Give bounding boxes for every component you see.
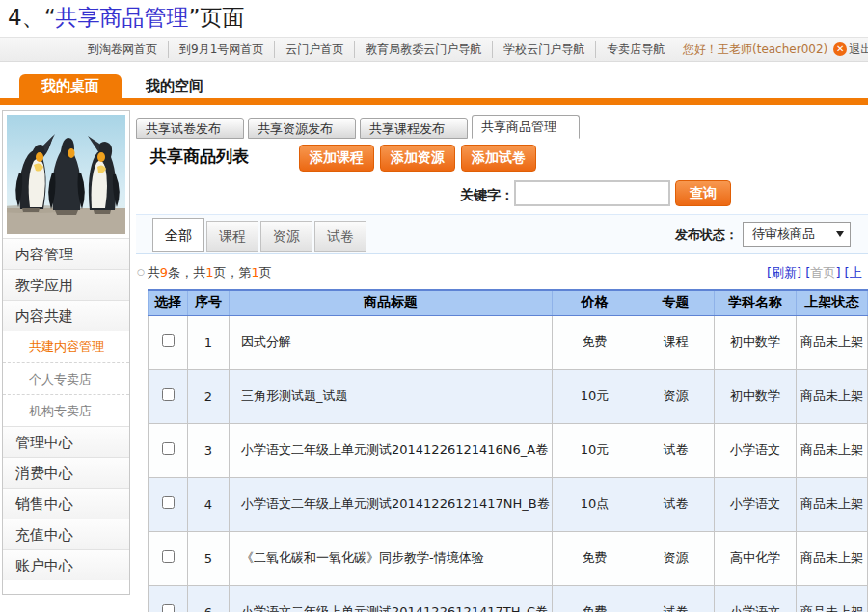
nav-link-school-portal[interactable]: 学校云门户导航 xyxy=(493,41,596,58)
cell-status: 商品未上架 xyxy=(797,531,868,585)
sidebar-item-account-center[interactable]: 账户中心 xyxy=(3,549,129,580)
col-select: 选择 xyxy=(149,290,188,315)
cell-index: 3 xyxy=(188,423,230,477)
refresh-link[interactable]: [刷新] xyxy=(767,265,801,279)
user-area: 您好！王老师(teacher002) ✕ 退出 xyxy=(683,38,868,61)
page-title-link[interactable]: 共享商品管理 xyxy=(56,5,189,30)
sidebar-item-consume-center[interactable]: 消费中心 xyxy=(3,457,129,488)
add-button-group: 添加课程 添加资源 添加试卷 xyxy=(299,145,536,172)
add-course-button[interactable]: 添加课程 xyxy=(299,145,374,172)
tab-my-desktop[interactable]: 我的桌面 xyxy=(19,74,122,98)
sidebar-item-recharge-center[interactable]: 充值中心 xyxy=(3,519,129,549)
row-checkbox[interactable] xyxy=(162,496,175,509)
table-header-row: 选择 序号 商品标题 价格 专题 学科名称 上架状态 xyxy=(149,290,868,315)
search-button[interactable]: 查询 xyxy=(675,180,731,206)
cell-price: 10元 xyxy=(553,369,637,423)
bracket: ] xyxy=(835,265,840,279)
table-row: 5 《二氧化碳和一氧化碳》同步教学-情境体验 免费 资源 高中化学 商品未上架 xyxy=(149,531,868,585)
nav-link-taojuan-home[interactable]: 到淘卷网首页 xyxy=(77,41,169,58)
filter-tab-paper[interactable]: 试卷 xyxy=(314,221,366,252)
col-title: 商品标题 xyxy=(230,290,553,315)
pagination-info: ○共9条，共1页，第1页 xyxy=(137,264,272,281)
cell-index: 1 xyxy=(188,315,230,369)
sidebar-item-sales-center[interactable]: 销售中心 xyxy=(3,488,129,519)
content-tabbar: 共享试卷发布 共享资源发布 共享课程发布 共享商品管理 xyxy=(136,115,580,139)
logout-link[interactable]: 退出 xyxy=(849,41,868,58)
logout-close-icon[interactable]: ✕ xyxy=(833,42,847,56)
col-shelf-status: 上架状态 xyxy=(797,290,868,315)
pg-seg: 共 xyxy=(148,265,160,279)
keyword-label: 关键字： xyxy=(460,187,514,204)
cell-subject: 初中数学 xyxy=(715,315,797,369)
add-paper-button[interactable]: 添加试卷 xyxy=(461,145,536,172)
filter-tab-course[interactable]: 课程 xyxy=(206,221,258,252)
cell-title: 三角形测试题_试题 xyxy=(230,369,553,423)
keyword-input[interactable] xyxy=(514,180,670,206)
table-row: 1 因式分解 免费 课程 初中数学 商品未上架 xyxy=(149,315,868,369)
add-resource-button[interactable]: 添加资源 xyxy=(380,145,455,172)
nav-link-edu-bureau-portal[interactable]: 教育局教委云门户导航 xyxy=(355,41,493,58)
table-row: 4 小学语文二年级上单元测试20141226121417NH_B卷 10点 试卷… xyxy=(149,477,868,531)
cell-subject: 小学语文 xyxy=(715,477,797,531)
col-topic: 专题 xyxy=(637,290,715,315)
cell-price: 免费 xyxy=(553,585,637,612)
row-checkbox[interactable] xyxy=(162,604,175,612)
cell-index: 4 xyxy=(188,477,230,531)
tab-shared-paper-publish[interactable]: 共享试卷发布 xyxy=(136,118,244,139)
list-heading: 共享商品列表 xyxy=(150,146,249,168)
row-checkbox[interactable] xyxy=(162,334,175,347)
sidebar-item-cocreated-content-mgmt[interactable]: 共建内容管理 xyxy=(3,331,129,362)
cell-topic: 资源 xyxy=(637,369,715,423)
tab-shared-resource-publish[interactable]: 共享资源发布 xyxy=(248,118,356,139)
chevron-down-icon xyxy=(836,231,844,237)
table-row: 3 小学语文二年级上单元测试20141226121416N6_A卷 10元 试卷… xyxy=(149,423,868,477)
cell-topic: 试卷 xyxy=(637,585,715,612)
accent-divider-bar xyxy=(0,98,868,105)
user-greeting: 您好！王老师(teacher002) xyxy=(683,41,827,58)
tab-shared-course-publish[interactable]: 共享课程发布 xyxy=(360,118,468,139)
sidebar-item-org-store[interactable]: 机构专卖店 xyxy=(3,394,129,426)
cell-subject: 高中化学 xyxy=(715,531,797,585)
nav-link-store-nav[interactable]: 专卖店导航 xyxy=(596,41,675,58)
filter-tab-resource[interactable]: 资源 xyxy=(260,221,312,252)
sidebar-menu: 内容管理 教学应用 内容共建 共建内容管理 个人专卖店 机构专卖店 管理中心 消… xyxy=(3,238,129,580)
pg-seg: 条，共 xyxy=(168,265,205,279)
nav-link-cloud-portal[interactable]: 云门户首页 xyxy=(275,41,355,58)
nav-link-901-home[interactable]: 到9月1号网首页 xyxy=(169,41,275,58)
sidebar-item-admin-center[interactable]: 管理中心 xyxy=(3,426,129,457)
row-checkbox[interactable] xyxy=(162,388,175,401)
page-title: 4、“共享商品管理”页面 xyxy=(8,3,244,33)
row-checkbox[interactable] xyxy=(162,442,175,455)
filter-tab-all[interactable]: 全部 xyxy=(152,218,204,252)
cell-title: 《二氧化碳和一氧化碳》同步教学-情境体验 xyxy=(230,531,553,585)
tab-shared-product-mgmt[interactable]: 共享商品管理 xyxy=(472,115,580,139)
top-navbar: 到淘卷网首页 到9月1号网首页 云门户首页 教育局教委云门户导航 学校云门户导航… xyxy=(0,37,868,62)
products-table: 选择 序号 商品标题 价格 专题 学科名称 上架状态 1 因式分解 免费 课程 … xyxy=(148,289,868,612)
sidebar: 内容管理 教学应用 内容共建 共建内容管理 个人专卖店 机构专卖店 管理中心 消… xyxy=(2,110,130,595)
cell-status: 商品未上架 xyxy=(797,423,868,477)
sidebar-item-content-management[interactable]: 内容管理 xyxy=(3,238,129,269)
tab-my-space[interactable]: 我的空间 xyxy=(123,74,226,98)
prev-page-link[interactable]: [上 xyxy=(845,265,862,279)
cell-topic: 试卷 xyxy=(637,477,715,531)
cell-status: 商品未上架 xyxy=(797,369,868,423)
cell-title: 小学语文二年级上单元测试20141226121416N6_A卷 xyxy=(230,423,553,477)
sidebar-item-content-cocreation[interactable]: 内容共建 xyxy=(3,300,129,331)
sidebar-item-teaching-apps[interactable]: 教学应用 xyxy=(3,269,129,300)
cell-title: 小学语文二年级上单元测试20141226121417NH_B卷 xyxy=(230,477,553,531)
pg-seg: 页，第 xyxy=(213,265,251,279)
sidebar-item-personal-store[interactable]: 个人专卖店 xyxy=(3,362,129,394)
cell-subject: 初中数学 xyxy=(715,369,797,423)
cell-index: 6 xyxy=(188,585,230,612)
publish-status-select[interactable]: 待审核商品 xyxy=(743,222,851,247)
cell-topic: 试卷 xyxy=(637,423,715,477)
row-checkbox[interactable] xyxy=(162,550,175,563)
cell-index: 2 xyxy=(188,369,230,423)
col-index: 序号 xyxy=(188,290,230,315)
cell-topic: 资源 xyxy=(637,531,715,585)
publish-status-value: 待审核商品 xyxy=(752,226,836,243)
cell-status: 商品未上架 xyxy=(797,315,868,369)
cell-status: 商品未上架 xyxy=(797,585,868,612)
cell-price: 10元 xyxy=(553,423,637,477)
first-page-link[interactable]: [首页] xyxy=(805,265,840,279)
